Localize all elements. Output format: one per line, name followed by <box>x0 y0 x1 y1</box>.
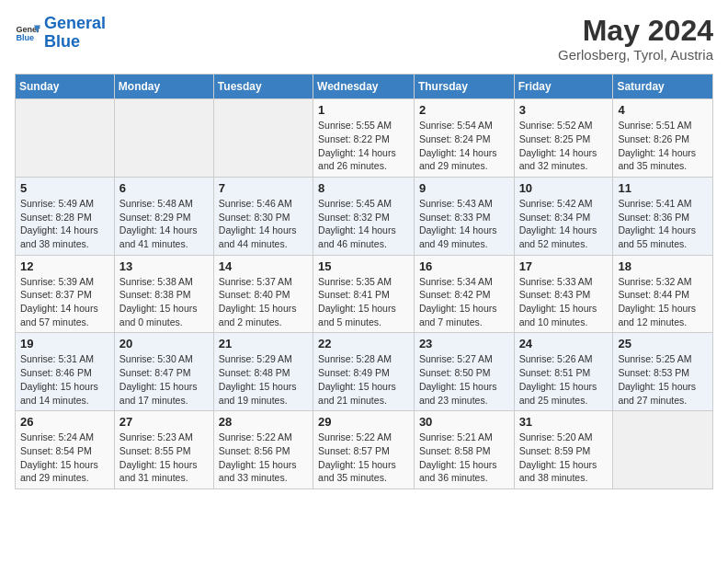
day-number: 19 <box>20 337 109 350</box>
header-monday: Monday <box>114 75 213 99</box>
week-row-1: 1Sunrise: 5:55 AM Sunset: 8:22 PM Daylig… <box>16 99 713 178</box>
calendar-cell: 27Sunrise: 5:23 AM Sunset: 8:55 PM Dayli… <box>114 411 213 489</box>
day-info: Sunrise: 5:38 AM Sunset: 8:38 PM Dayligh… <box>119 275 209 329</box>
day-number: 9 <box>419 181 509 195</box>
day-number: 18 <box>618 259 708 273</box>
calendar-cell: 19Sunrise: 5:31 AM Sunset: 8:46 PM Dayli… <box>16 333 115 411</box>
week-row-4: 19Sunrise: 5:31 AM Sunset: 8:46 PM Dayli… <box>16 333 713 411</box>
day-number: 24 <box>519 337 609 350</box>
calendar-cell: 6Sunrise: 5:48 AM Sunset: 8:29 PM Daylig… <box>114 177 213 255</box>
day-info: Sunrise: 5:34 AM Sunset: 8:42 PM Dayligh… <box>419 275 509 329</box>
day-info: Sunrise: 5:41 AM Sunset: 8:36 PM Dayligh… <box>618 197 708 251</box>
calendar-cell: 10Sunrise: 5:42 AM Sunset: 8:34 PM Dayli… <box>514 177 613 255</box>
day-info: Sunrise: 5:23 AM Sunset: 8:55 PM Dayligh… <box>119 431 209 485</box>
day-info: Sunrise: 5:42 AM Sunset: 8:34 PM Dayligh… <box>519 197 609 251</box>
week-row-2: 5Sunrise: 5:49 AM Sunset: 8:28 PM Daylig… <box>16 177 713 255</box>
day-info: Sunrise: 5:43 AM Sunset: 8:33 PM Dayligh… <box>419 197 509 251</box>
month-title: May 2024 <box>558 15 713 47</box>
calendar-cell: 31Sunrise: 5:20 AM Sunset: 8:59 PM Dayli… <box>514 411 613 489</box>
day-number: 15 <box>318 259 409 273</box>
day-number: 11 <box>618 181 708 195</box>
calendar-cell: 25Sunrise: 5:25 AM Sunset: 8:53 PM Dayli… <box>613 333 713 411</box>
location-title: Gerlosberg, Tyrol, Austria <box>558 47 713 63</box>
week-row-5: 26Sunrise: 5:24 AM Sunset: 8:54 PM Dayli… <box>16 411 713 489</box>
calendar-cell: 13Sunrise: 5:38 AM Sunset: 8:38 PM Dayli… <box>114 255 213 333</box>
day-info: Sunrise: 5:27 AM Sunset: 8:50 PM Dayligh… <box>419 352 509 407</box>
day-number: 13 <box>119 259 209 273</box>
calendar-cell: 1Sunrise: 5:55 AM Sunset: 8:22 PM Daylig… <box>313 99 415 178</box>
calendar-cell: 8Sunrise: 5:45 AM Sunset: 8:32 PM Daylig… <box>313 177 415 255</box>
calendar-cell <box>114 99 213 178</box>
calendar-cell <box>613 411 713 489</box>
calendar-cell: 20Sunrise: 5:30 AM Sunset: 8:47 PM Dayli… <box>114 333 213 411</box>
logo: General Blue GeneralBlue <box>15 15 106 52</box>
day-info: Sunrise: 5:21 AM Sunset: 8:58 PM Dayligh… <box>419 431 509 485</box>
calendar-cell: 18Sunrise: 5:32 AM Sunset: 8:44 PM Dayli… <box>613 255 713 333</box>
day-number: 6 <box>119 181 209 195</box>
day-number: 10 <box>519 181 609 195</box>
day-info: Sunrise: 5:55 AM Sunset: 8:22 PM Dayligh… <box>318 119 409 173</box>
day-number: 4 <box>618 103 708 117</box>
calendar-cell: 9Sunrise: 5:43 AM Sunset: 8:33 PM Daylig… <box>414 177 514 255</box>
day-info: Sunrise: 5:26 AM Sunset: 8:51 PM Dayligh… <box>519 352 609 407</box>
day-number: 17 <box>519 259 609 273</box>
day-info: Sunrise: 5:24 AM Sunset: 8:54 PM Dayligh… <box>20 431 109 485</box>
calendar-cell: 21Sunrise: 5:29 AM Sunset: 8:48 PM Dayli… <box>213 333 313 411</box>
calendar-cell: 28Sunrise: 5:22 AM Sunset: 8:56 PM Dayli… <box>213 411 313 489</box>
day-number: 30 <box>419 415 509 429</box>
day-info: Sunrise: 5:29 AM Sunset: 8:48 PM Dayligh… <box>219 352 308 407</box>
day-number: 8 <box>318 181 409 195</box>
calendar-cell: 3Sunrise: 5:52 AM Sunset: 8:25 PM Daylig… <box>514 99 613 178</box>
day-info: Sunrise: 5:52 AM Sunset: 8:25 PM Dayligh… <box>519 119 609 173</box>
day-number: 16 <box>419 259 509 273</box>
day-info: Sunrise: 5:22 AM Sunset: 8:56 PM Dayligh… <box>219 431 308 485</box>
day-number: 25 <box>618 337 708 350</box>
day-info: Sunrise: 5:31 AM Sunset: 8:46 PM Dayligh… <box>20 352 109 407</box>
calendar-cell: 23Sunrise: 5:27 AM Sunset: 8:50 PM Dayli… <box>414 333 514 411</box>
calendar-cell: 26Sunrise: 5:24 AM Sunset: 8:54 PM Dayli… <box>16 411 115 489</box>
day-info: Sunrise: 5:49 AM Sunset: 8:28 PM Dayligh… <box>20 197 109 251</box>
page-header: General Blue GeneralBlue May 2024 Gerlos… <box>15 15 713 63</box>
calendar-cell: 16Sunrise: 5:34 AM Sunset: 8:42 PM Dayli… <box>414 255 514 333</box>
day-number: 31 <box>519 415 609 429</box>
day-info: Sunrise: 5:20 AM Sunset: 8:59 PM Dayligh… <box>519 431 609 485</box>
day-info: Sunrise: 5:39 AM Sunset: 8:37 PM Dayligh… <box>20 275 109 329</box>
day-info: Sunrise: 5:46 AM Sunset: 8:30 PM Dayligh… <box>219 197 308 251</box>
day-number: 12 <box>20 259 109 273</box>
week-row-3: 12Sunrise: 5:39 AM Sunset: 8:37 PM Dayli… <box>16 255 713 333</box>
day-info: Sunrise: 5:37 AM Sunset: 8:40 PM Dayligh… <box>219 275 308 329</box>
header-thursday: Thursday <box>414 75 514 99</box>
day-info: Sunrise: 5:32 AM Sunset: 8:44 PM Dayligh… <box>618 275 708 329</box>
calendar-cell: 17Sunrise: 5:33 AM Sunset: 8:43 PM Dayli… <box>514 255 613 333</box>
day-number: 28 <box>219 415 308 429</box>
day-info: Sunrise: 5:48 AM Sunset: 8:29 PM Dayligh… <box>119 197 209 251</box>
calendar-cell: 15Sunrise: 5:35 AM Sunset: 8:41 PM Dayli… <box>313 255 415 333</box>
day-info: Sunrise: 5:51 AM Sunset: 8:26 PM Dayligh… <box>618 119 708 173</box>
header-saturday: Saturday <box>613 75 713 99</box>
svg-text:Blue: Blue <box>16 33 34 42</box>
calendar-cell: 30Sunrise: 5:21 AM Sunset: 8:58 PM Dayli… <box>414 411 514 489</box>
calendar-cell: 7Sunrise: 5:46 AM Sunset: 8:30 PM Daylig… <box>213 177 313 255</box>
calendar-cell: 11Sunrise: 5:41 AM Sunset: 8:36 PM Dayli… <box>613 177 713 255</box>
calendar-cell <box>213 99 313 178</box>
day-number: 26 <box>20 415 109 429</box>
day-number: 22 <box>318 337 409 350</box>
day-number: 3 <box>519 103 609 117</box>
day-info: Sunrise: 5:22 AM Sunset: 8:57 PM Dayligh… <box>318 431 409 485</box>
calendar-table: SundayMondayTuesdayWednesdayThursdayFrid… <box>15 74 713 489</box>
calendar-cell: 4Sunrise: 5:51 AM Sunset: 8:26 PM Daylig… <box>613 99 713 178</box>
logo-text: GeneralBlue <box>44 15 106 52</box>
calendar-cell: 5Sunrise: 5:49 AM Sunset: 8:28 PM Daylig… <box>16 177 115 255</box>
calendar-cell: 24Sunrise: 5:26 AM Sunset: 8:51 PM Dayli… <box>514 333 613 411</box>
title-block: May 2024 Gerlosberg, Tyrol, Austria <box>558 15 713 63</box>
calendar-cell: 14Sunrise: 5:37 AM Sunset: 8:40 PM Dayli… <box>213 255 313 333</box>
day-info: Sunrise: 5:33 AM Sunset: 8:43 PM Dayligh… <box>519 275 609 329</box>
day-number: 21 <box>219 337 308 350</box>
calendar-cell: 12Sunrise: 5:39 AM Sunset: 8:37 PM Dayli… <box>16 255 115 333</box>
header-tuesday: Tuesday <box>213 75 313 99</box>
calendar-cell: 2Sunrise: 5:54 AM Sunset: 8:24 PM Daylig… <box>414 99 514 178</box>
day-info: Sunrise: 5:54 AM Sunset: 8:24 PM Dayligh… <box>419 119 509 173</box>
calendar-cell: 22Sunrise: 5:28 AM Sunset: 8:49 PM Dayli… <box>313 333 415 411</box>
day-number: 20 <box>119 337 209 350</box>
header-sunday: Sunday <box>16 75 115 99</box>
